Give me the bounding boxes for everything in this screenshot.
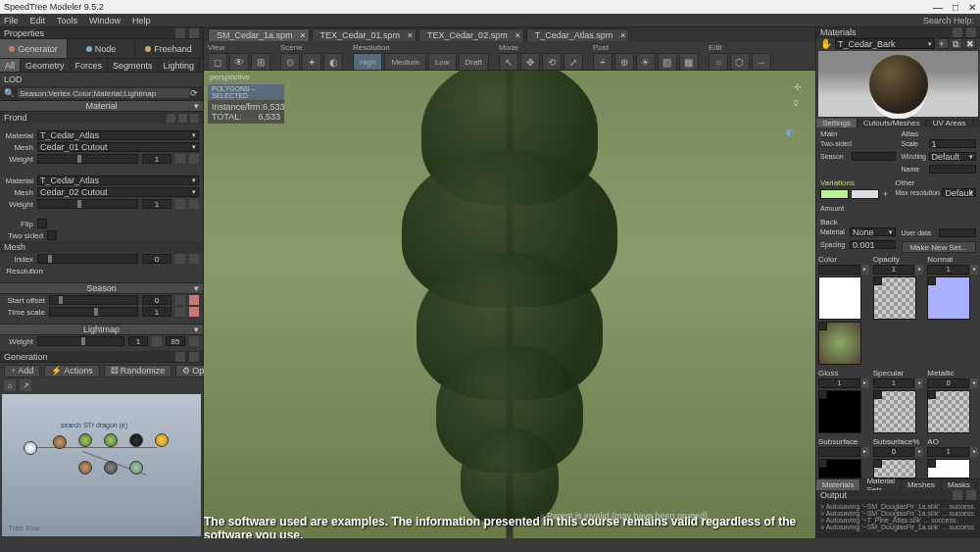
edit-btn-1[interactable]: ○ [709,53,728,71]
g1-weight-value[interactable]: 1 [142,154,172,164]
map-color-check[interactable] [818,322,827,330]
bottab-matsets[interactable]: Material Sets [860,479,901,490]
cat-geometry[interactable]: Geometry [21,59,71,72]
post-btn-3[interactable]: ☀ [636,53,656,71]
material-preview[interactable] [818,51,978,117]
mode-generator[interactable]: Generator [0,39,68,58]
cat-lighting[interactable]: Lighting [159,59,201,72]
scene-btn-3[interactable]: ◐ [323,53,343,71]
close-panel-icon[interactable] [189,28,199,38]
post-btn-4[interactable]: ▧ [658,53,677,71]
frond-btn3[interactable] [190,114,199,123]
g2-material-field[interactable]: T_Cedar_Atlas▾ [37,176,199,185]
menu-help[interactable]: Help [132,16,151,25]
frond-btn1[interactable] [167,114,175,123]
res-medium[interactable]: Medium [384,53,425,71]
map-metallic-check[interactable] [927,390,936,399]
minimize-button[interactable]: — [933,2,943,13]
close-tab-icon[interactable]: × [514,30,519,40]
so-curve[interactable] [189,295,199,305]
add-swatch[interactable]: + [881,189,889,199]
start-offset-slider[interactable] [49,295,138,305]
graph-node-branch4[interactable] [104,461,118,475]
lm-weight-value[interactable]: 1 [128,336,148,346]
bottab-materials[interactable]: Materials [816,479,860,490]
node-graph[interactable]: search STr dragon (e) Tree Exa [2,394,201,536]
doc-tab-3[interactable]: T_Cedar_Atlas.spm× [526,28,630,41]
lm-reset[interactable] [152,336,162,346]
ts-curve[interactable] [189,307,199,317]
graph-node-root[interactable] [24,441,37,455]
new-material-button[interactable]: + [938,38,949,49]
map-specular-thumb[interactable] [873,390,916,433]
maximize-button[interactable]: □ [953,2,958,13]
lm-weight-slider[interactable] [37,336,124,346]
index-reset[interactable] [175,254,185,264]
r-name-field[interactable] [929,165,977,174]
lm-weight-extra[interactable]: 85 [166,336,185,346]
post-btn-2[interactable]: ⊕ [614,53,634,71]
doc-tab-2[interactable]: TEX_Cedar_02.spm× [418,28,524,41]
mode-node[interactable]: Node [68,39,135,58]
hand-icon[interactable]: ✋ [820,38,832,49]
magnet-icon[interactable]: ⧲ [794,98,808,112]
output-panel[interactable]: > Autosaving '~SM_DouglasFir_1a.sbk' ...… [816,501,980,538]
mode-freehand[interactable]: Freehand [135,39,203,58]
doc-tab-1[interactable]: TEX_Cedar_01.spm× [312,28,417,41]
menu-window[interactable]: Window [89,16,121,25]
index-slider[interactable] [37,254,138,264]
bottab-masks[interactable]: Masks [942,479,977,490]
view-btn-2[interactable]: 👁 [229,53,249,71]
index-value[interactable]: 0 [142,254,172,264]
mat-undock-icon[interactable] [953,27,962,37]
r-spacing-field[interactable]: 0.001 [850,240,896,249]
map-subsurfacepct-thumb[interactable] [873,459,916,478]
map-subsurface-check[interactable] [818,459,827,468]
var-swatch-1[interactable] [820,189,849,199]
cat-segments[interactable]: Segments [108,59,159,72]
scene-btn-2[interactable]: ✦ [302,53,321,71]
dup-material-button[interactable]: ⧉ [952,38,962,49]
g2-weight-value[interactable]: 1 [142,199,172,209]
out-undock-icon[interactable] [953,490,962,500]
menu-file[interactable]: File [4,16,19,25]
cat-all[interactable]: All [0,59,21,72]
view-btn-3[interactable]: ⊞ [251,53,270,71]
gen-undock-icon[interactable] [175,352,185,362]
g1-reset-icon[interactable] [175,154,185,164]
g2-reset-icon[interactable] [175,199,185,209]
graph-node-leaf2[interactable] [155,433,169,447]
fan-icon[interactable]: ✢ [794,82,808,96]
viewport[interactable]: perspective POLYGONS – SELECTED Instance… [204,71,815,538]
light-icon[interactable]: ◐ [786,127,800,141]
r-twosided-check[interactable] [854,140,861,148]
section-lightmap[interactable]: Lightmap▾ [0,324,203,335]
g1-weight-slider[interactable] [37,154,138,164]
g2-mesh-field[interactable]: Cedar_02 Cutout▾ [37,187,199,197]
add-button[interactable]: +Add [4,365,40,377]
bottab-meshes[interactable]: Meshes [902,479,942,490]
res-high[interactable]: High [353,53,382,71]
start-offset-value[interactable]: 0 [142,295,172,305]
r-amount-check[interactable] [852,205,859,213]
view-btn-1[interactable]: ◻ [208,53,227,71]
map-opacity-thumb[interactable] [873,276,916,320]
section-season[interactable]: Season▾ [0,282,203,294]
graph-node-branch3[interactable] [78,461,92,475]
r-userdata-field[interactable] [939,228,977,237]
edit-btn-2[interactable]: ⬡ [730,53,750,71]
mode-btn-3[interactable]: ⟲ [542,53,562,71]
res-low[interactable]: Low [428,53,457,71]
graph-node-leaf1[interactable] [129,433,143,447]
mode-btn-4[interactable]: ⤢ [564,53,583,71]
close-tab-icon[interactable]: × [620,30,625,40]
r-maxres-field[interactable]: Default▾ [942,188,976,197]
time-scale-slider[interactable] [49,307,138,317]
map-subsurface-thumb[interactable] [818,459,861,478]
mode-btn-2[interactable]: ✥ [520,53,540,71]
map-gloss-check[interactable] [818,390,827,399]
randomize-button[interactable]: ⚄Randomize [104,365,172,377]
map-color-thumb[interactable] [818,322,861,365]
post-btn-5[interactable]: ▦ [679,53,699,71]
so-reset[interactable] [175,295,185,305]
